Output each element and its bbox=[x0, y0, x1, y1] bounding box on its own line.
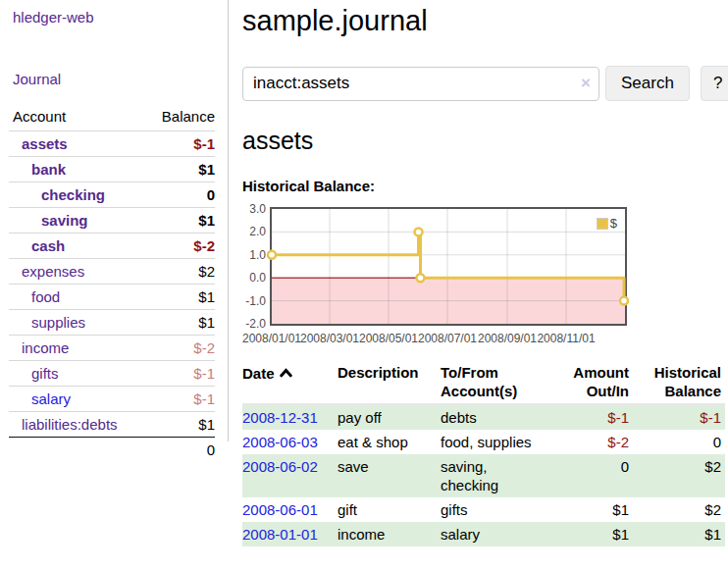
column-header-balance: Historical Balance bbox=[629, 363, 725, 404]
transaction-amount: $1 bbox=[546, 497, 629, 522]
account-link-cash[interactable]: cash bbox=[31, 237, 65, 254]
account-link-liabilities-debts[interactable]: liabilities:debts bbox=[22, 416, 118, 433]
sidebar-item-journal[interactable]: Journal bbox=[13, 71, 61, 87]
transaction-balance: $1 bbox=[629, 522, 725, 546]
transaction-balance: $2 bbox=[629, 497, 725, 522]
account-heading: assets bbox=[242, 127, 728, 155]
account-balance: $-1 bbox=[147, 361, 215, 387]
date-header-label: Date bbox=[242, 365, 275, 382]
account-row: food$1 bbox=[9, 285, 215, 310]
transaction-amount: $-2 bbox=[546, 430, 629, 454]
legend-swatch bbox=[597, 218, 608, 230]
x-axis-tick: 2008/03/01 bbox=[297, 332, 362, 345]
account-row: supplies$1 bbox=[9, 310, 215, 336]
transaction-balance: $-1 bbox=[629, 404, 725, 430]
transaction-date-link[interactable]: 2008-12-31 bbox=[242, 409, 318, 426]
column-header-accounts: To/From Account(s) bbox=[441, 363, 546, 404]
chart-title: Historical Balance: bbox=[242, 178, 728, 194]
accounts-total-row: 0 bbox=[9, 438, 215, 463]
account-link-checking[interactable]: checking bbox=[41, 186, 105, 203]
account-row: liabilities:debts$1 bbox=[9, 412, 215, 438]
account-balance: $1 bbox=[147, 208, 215, 234]
chart-canvas bbox=[272, 209, 625, 324]
transaction-accounts: saving, checking bbox=[441, 454, 546, 497]
page: hledger-web Journal Account Balance asse… bbox=[0, 0, 728, 546]
transaction-date-link[interactable]: 2008-06-03 bbox=[242, 434, 318, 450]
x-axis-tick: 2008/01/01 bbox=[239, 332, 304, 345]
transaction-date-cell: 2008-12-31 bbox=[242, 404, 338, 430]
transaction-accounts: gifts bbox=[441, 497, 546, 522]
transaction-date-link[interactable]: 2008-01-01 bbox=[242, 526, 318, 543]
y-axis-tick: 1.0 bbox=[242, 248, 266, 263]
account-row: gifts$-1 bbox=[9, 361, 215, 387]
transaction-date-cell: 2008-06-02 bbox=[242, 454, 338, 497]
transaction-balance: 0 bbox=[629, 430, 725, 454]
accounts-header-balance: Balance bbox=[147, 106, 215, 131]
transaction-date-link[interactable]: 2008-06-01 bbox=[242, 501, 318, 518]
column-header-description: Description bbox=[338, 363, 441, 404]
x-axis-tick: 2008/09/01 bbox=[475, 332, 540, 345]
x-axis-tick: 2008/07/01 bbox=[415, 332, 480, 345]
account-row: salary$-1 bbox=[9, 387, 215, 412]
account-link-food[interactable]: food bbox=[31, 288, 60, 305]
y-axis-tick: -1.0 bbox=[242, 294, 266, 309]
page-title: sample.journal bbox=[242, 5, 728, 37]
transaction-date-link[interactable]: 2008-06-02 bbox=[242, 458, 318, 475]
account-row: checking0 bbox=[9, 182, 215, 208]
y-axis-tick: -2.0 bbox=[242, 317, 266, 332]
account-balance: $-1 bbox=[147, 131, 215, 157]
account-balance: $1 bbox=[147, 310, 215, 336]
transaction-amount: $-1 bbox=[546, 404, 629, 430]
account-balance: $2 bbox=[147, 259, 215, 285]
transactions-header-row: Date Description To/From Account(s) Amou… bbox=[242, 363, 725, 404]
accounts-total-spacer bbox=[9, 438, 147, 463]
column-header-amount: Amount Out/In bbox=[546, 363, 629, 404]
transaction-accounts: salary bbox=[441, 522, 546, 546]
app-title-link[interactable]: hledger-web bbox=[13, 9, 94, 26]
account-balance: $1 bbox=[147, 412, 215, 438]
transaction-amount: $1 bbox=[546, 522, 629, 546]
search-input[interactable] bbox=[242, 67, 599, 101]
account-link-salary[interactable]: salary bbox=[31, 390, 71, 407]
transaction-accounts: food, supplies bbox=[441, 430, 546, 454]
accounts-header-account: Account bbox=[9, 106, 147, 131]
help-button[interactable]: ? bbox=[701, 66, 728, 101]
account-balance: $1 bbox=[147, 285, 215, 310]
account-link-expenses[interactable]: expenses bbox=[22, 263, 84, 280]
accounts-total-value: 0 bbox=[147, 438, 215, 463]
accounts-table-header: Account Balance bbox=[9, 106, 215, 131]
transaction-description: pay off bbox=[338, 404, 441, 430]
account-balance: $-2 bbox=[147, 234, 215, 259]
transaction-balance: $2 bbox=[629, 454, 725, 497]
search-bar: × Search ? bbox=[242, 66, 728, 101]
account-row: assets$-1 bbox=[9, 131, 215, 157]
transaction-date-cell: 2008-01-01 bbox=[242, 522, 338, 546]
account-balance: $-2 bbox=[147, 336, 215, 361]
transaction-row: 2008-01-01incomesalary$1$1 bbox=[242, 522, 725, 546]
account-link-saving[interactable]: saving bbox=[41, 212, 88, 229]
main-content: sample.journal × Search ? assets Histori… bbox=[229, 0, 728, 546]
transaction-description: save bbox=[338, 454, 441, 497]
account-link-income[interactable]: income bbox=[22, 339, 69, 356]
account-row: cash$-2 bbox=[9, 234, 215, 259]
transaction-accounts: debts bbox=[441, 404, 546, 430]
y-axis-tick: 0.0 bbox=[242, 271, 266, 286]
transaction-description: income bbox=[338, 522, 441, 546]
transaction-date-cell: 2008-06-03 bbox=[242, 430, 338, 454]
transaction-date-cell: 2008-06-01 bbox=[242, 497, 338, 522]
search-button[interactable]: Search bbox=[605, 66, 690, 101]
clear-search-icon[interactable]: × bbox=[581, 74, 591, 93]
x-axis-tick: 2008/11/01 bbox=[534, 332, 598, 345]
transaction-description: gift bbox=[338, 497, 441, 522]
account-link-supplies[interactable]: supplies bbox=[31, 314, 85, 331]
account-link-bank[interactable]: bank bbox=[31, 161, 66, 178]
chart-legend: $ bbox=[596, 215, 618, 232]
account-link-assets[interactable]: assets bbox=[22, 135, 68, 152]
transaction-row: 2008-06-02savesaving, checking0$2 bbox=[242, 454, 725, 497]
account-link-gifts[interactable]: gifts bbox=[31, 365, 59, 382]
account-balance: $1 bbox=[147, 157, 215, 182]
account-row: expenses$2 bbox=[9, 259, 215, 285]
transactions-table: Date Description To/From Account(s) Amou… bbox=[242, 363, 725, 546]
column-header-date[interactable]: Date bbox=[242, 363, 338, 404]
account-balance: $-1 bbox=[147, 387, 215, 412]
